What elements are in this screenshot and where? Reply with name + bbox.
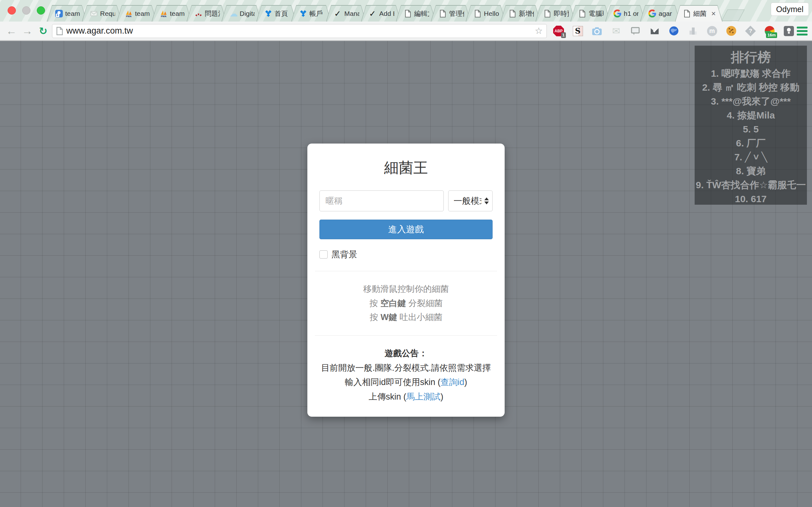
redmine-icon: [195, 10, 202, 17]
tab-6[interactable]: ☁Digita: [221, 5, 261, 21]
bold-text: W鍵: [380, 313, 397, 322]
tab-8[interactable]: 帳戶 -: [291, 5, 331, 21]
tab-16[interactable]: 電腦玩: [570, 5, 610, 21]
tab-label: teame: [135, 10, 150, 17]
checkmark-icon: ✓: [334, 10, 342, 17]
game-canvas: 排行榜 1. 嗯哼默殤 求合作2. 尋 ㎡ 吃刺 秒控 移動3. ***@我來了…: [0, 41, 812, 507]
tab-3[interactable]: PMAteame: [117, 5, 157, 21]
tab-14[interactable]: 新增佈: [501, 5, 541, 21]
tab-18[interactable]: agar -: [640, 5, 680, 21]
tab-13[interactable]: Hello: [466, 5, 506, 21]
dark-background-checkbox[interactable]: [319, 250, 328, 259]
zoom-window-button[interactable]: [37, 6, 45, 14]
new-tab-button[interactable]: [721, 9, 745, 21]
blocks-icon: [688, 26, 698, 36]
tab-label: 編輯文: [414, 9, 429, 18]
question-diamond-icon: ?: [745, 26, 756, 37]
tab-label: 細菌: [693, 9, 708, 18]
document-icon: [683, 10, 691, 17]
leaderboard-entry: 3. ***@我來了@***: [695, 95, 807, 108]
tab-10[interactable]: ✓Add B: [361, 5, 401, 21]
inbox-check-extension-button[interactable]: [649, 25, 661, 38]
inline-link[interactable]: 馬上測試: [406, 392, 441, 401]
lightbulb-icon: [784, 26, 794, 36]
address-bar[interactable]: www.agar.com.tw ☆: [52, 24, 547, 38]
google-icon: [613, 9, 621, 17]
bookmark-star-icon[interactable]: ☆: [535, 26, 543, 36]
text: ): [441, 392, 444, 401]
profile-name: Odymel: [776, 5, 803, 14]
leaderboard-title: 排行榜: [695, 49, 807, 65]
tab-12[interactable]: 管理佈: [431, 5, 471, 21]
tab-label: 管理佈: [449, 9, 464, 18]
tab-15[interactable]: 即時預: [536, 5, 575, 21]
dark-background-row: 黑背景: [319, 249, 493, 260]
text: 吐出小細菌: [397, 313, 443, 322]
text: 目前開放一般.團隊.分裂模式.請依照需求選擇: [321, 363, 491, 373]
stylish-extension-button[interactable]: S: [572, 25, 584, 38]
nickname-input[interactable]: [319, 190, 444, 211]
reload-icon[interactable]: ↻: [36, 25, 50, 37]
comment-bubble-icon: [630, 26, 640, 36]
stylish-icon: S: [573, 26, 583, 36]
text-line: 按 W鍵 吐出小細菌: [319, 310, 493, 325]
back-icon[interactable]: ←: [4, 25, 18, 37]
camera-icon: [592, 26, 602, 36]
mail-envelope-extension-button[interactable]: ✉: [610, 25, 622, 38]
text: 按: [369, 313, 380, 322]
inbox-check-icon: [650, 26, 659, 36]
envelope-icon: [90, 10, 98, 17]
screenshot-camera-extension-button[interactable]: [591, 25, 603, 38]
inline-link[interactable]: 查詢id: [441, 377, 464, 387]
tab-19[interactable]: 細菌×: [675, 5, 722, 21]
tab-5[interactable]: 問題清: [187, 5, 226, 21]
leaderboard-entry: 5. 5: [695, 122, 807, 136]
blocks-extension-button[interactable]: [687, 25, 699, 38]
document-icon: [509, 10, 516, 17]
minimize-window-button[interactable]: [22, 6, 31, 14]
tab-11[interactable]: 編輯文: [396, 5, 436, 21]
game-menu-dialog: 細菌王 一般模式 進入遊戲 黑背景 移動滑鼠控制你的細菌按 空白鍵 分裂細菌按 …: [307, 144, 505, 417]
tab-label: 新增佈: [519, 9, 534, 18]
google-icon: [648, 9, 656, 17]
play-button[interactable]: 進入遊戲: [319, 220, 493, 239]
tab-close-icon[interactable]: ×: [711, 10, 716, 17]
tab-17[interactable]: h1 or: [605, 5, 645, 21]
tab-label: Manag: [345, 10, 359, 17]
text-line: 輸入相同id即可使用skin (查詢id): [319, 375, 493, 390]
leaderboard-entry: 6. 厂厂: [695, 136, 807, 150]
tab-1[interactable]: 9teame: [47, 5, 87, 21]
globe-icon: [669, 26, 679, 36]
m-circle-extension-button[interactable]: m: [706, 25, 718, 38]
document-icon: [544, 10, 551, 17]
instructions: 移動滑鼠控制你的細菌按 空白鍵 分裂細菌按 W鍵 吐出小細菌: [319, 282, 493, 325]
adblock-plus-extension-button[interactable]: ABP1: [553, 25, 565, 38]
tab-label: 帳戶 -: [310, 9, 324, 18]
forward-icon[interactable]: →: [20, 25, 34, 37]
announcement-lines: 目前開放一般.團隊.分裂模式.請依照需求選擇輸入相同id即可使用skin (查詢…: [319, 361, 493, 405]
keep-lightbulb-extension-button[interactable]: [783, 25, 795, 38]
leaderboard-entry: 9. ŤŴ杏找合作☆霸服乇一: [695, 178, 807, 192]
text: 輸入相同id即可使用skin (: [345, 377, 441, 387]
profile-chip[interactable]: Odymel: [771, 3, 809, 16]
tab-label: Hello: [484, 10, 499, 17]
bold-text: 空白鍵: [380, 298, 406, 308]
tab-2[interactable]: Reque: [82, 5, 122, 21]
chrome-menu-icon[interactable]: [797, 26, 808, 36]
dropbox-icon: [264, 10, 272, 17]
comment-bubble-extension-button[interactable]: [629, 25, 641, 38]
phpmyadmin-icon: PMA: [125, 10, 133, 17]
tab-label: Add B: [379, 10, 394, 17]
question-diamond-extension-button[interactable]: ?: [745, 25, 757, 38]
globe-extension-button[interactable]: [668, 25, 680, 38]
url-text[interactable]: www.agar.com.tw: [66, 26, 531, 36]
close-window-button[interactable]: [8, 6, 16, 14]
mode-select[interactable]: 一般模式: [448, 190, 493, 211]
tab-7[interactable]: 首頁 -: [256, 5, 296, 21]
tab-9[interactable]: ✓Manag: [326, 5, 366, 21]
tab-4[interactable]: PMAteame: [152, 5, 192, 21]
document-icon: [474, 10, 481, 17]
phpmyadmin-icon: PMA: [160, 10, 167, 17]
traffic-chart-extension-button[interactable]: 16m: [764, 25, 776, 38]
cookie-extension-button[interactable]: [725, 25, 738, 38]
